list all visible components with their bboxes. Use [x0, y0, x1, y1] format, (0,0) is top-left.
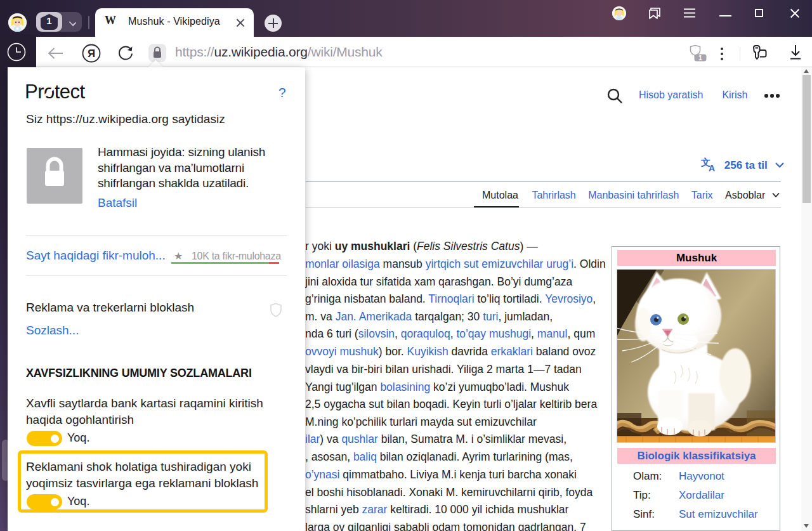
svg-text:Я: Я	[88, 48, 95, 60]
svg-text:1: 1	[698, 54, 702, 62]
svg-text:A: A	[709, 163, 715, 172]
